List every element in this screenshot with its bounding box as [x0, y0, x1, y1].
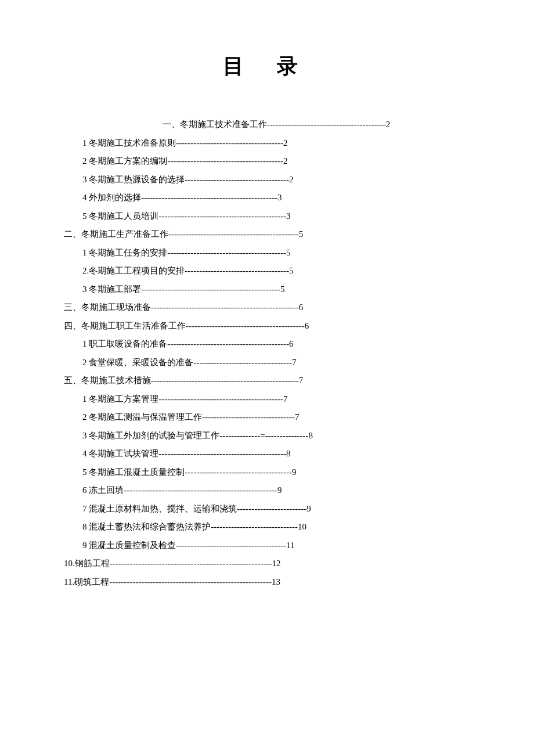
toc-entry-text: 11.砌筑工程	[64, 577, 109, 586]
toc-entry-leader: ------------------------------	[211, 522, 298, 531]
toc-entry-page: 7	[299, 376, 304, 385]
toc-entry-leader: ----------------------------------	[193, 358, 292, 367]
toc-entry-text: 7 混凝土原材料加热、搅拌、运输和浇筑	[82, 504, 237, 513]
toc-entry-page: 9	[277, 485, 282, 495]
toc-entry-text: 1 冬期施工技术准备原则	[82, 138, 176, 147]
toc-entry-leader: ------------------------------------	[185, 175, 289, 184]
toc-entry-text: 3 冬期施工热源设备的选择	[82, 175, 185, 184]
toc-entry-page: 2	[283, 156, 288, 165]
toc-entry-text: 三、冬期施工现场准备	[64, 303, 151, 312]
toc-entry-text: 二、冬期施工生产准备工作	[64, 229, 168, 239]
toc-entry: 三、冬期施工现场准备------------------------------…	[64, 298, 470, 317]
toc-entry-page: 7	[295, 412, 300, 422]
toc-entry-leader: ----------------------------------------…	[141, 285, 280, 294]
toc-entry-leader: ----------------------------------------…	[186, 321, 305, 330]
toc-entry-leader: ----------------------------------------…	[158, 211, 286, 221]
toc-entry: 五、冬期施工技术措施------------------------------…	[64, 372, 470, 390]
toc-entry: 1 职工取暖设备的准备-----------------------------…	[64, 335, 470, 354]
toc-entry: 四、冬期施工职工生活准备工作--------------------------…	[64, 317, 470, 336]
page-title: 目 录	[64, 52, 470, 81]
toc-entry: 2 食堂保暖、采暖设备的准备--------------------------…	[64, 354, 470, 372]
toc-entry-page: 5	[299, 229, 304, 239]
toc-entry: 1 冬期施工技术准备原则----------------------------…	[64, 134, 470, 153]
toc-entry: 9 混凝土质量控制及检查----------------------------…	[64, 537, 470, 555]
toc-entry-page: 7	[283, 394, 288, 404]
toc-entry-page: 9	[306, 504, 311, 513]
toc-entry-text: 1 冬期施工方案管理	[82, 394, 158, 404]
toc-entry-text: 5 冬期施工人员培训	[82, 211, 158, 221]
toc-entry-page: 6	[299, 303, 304, 312]
toc-entry-leader: -------------------------------------	[176, 138, 283, 147]
toc-entry-text: 2.冬期施工工程项目的安排	[82, 266, 185, 275]
toc-entry-text: 3 冬期施工部署	[82, 285, 141, 294]
toc-entry-leader: ----------------------------------------…	[167, 248, 286, 257]
table-of-contents: 一、冬期施工技术准备工作----------------------------…	[64, 116, 470, 591]
toc-entry: 1 冬期施工方案管理------------------------------…	[64, 390, 470, 409]
toc-entry-text: 一、冬期施工技术准备工作	[163, 120, 267, 129]
toc-entry-leader: --------------------------------	[202, 412, 295, 422]
toc-entry-text: 5 冬期施工混凝土质量控制	[82, 467, 185, 477]
toc-entry: 2 冬期施工测温与保温管理工作-------------------------…	[64, 408, 470, 427]
toc-entry-page: 2	[289, 175, 294, 184]
toc-entry-leader: ----------------------------------------…	[110, 559, 272, 568]
toc-entry-leader: ----------------------------------------…	[158, 394, 283, 404]
toc-entry-leader: ----------------------------------------…	[168, 229, 299, 239]
toc-entry-page: 2	[386, 120, 391, 129]
toc-entry: 5 冬期施工混凝土质量控制---------------------------…	[64, 463, 470, 482]
toc-entry-page: 11	[286, 541, 294, 550]
toc-entry-leader: ----------------------------------------…	[151, 303, 299, 312]
toc-entry: 11.砌筑工程---------------------------------…	[64, 573, 470, 592]
toc-entry-text: 2 冬期施工测温与保温管理工作	[82, 412, 202, 422]
toc-entry: 6 冻土回填----------------------------------…	[64, 481, 470, 500]
toc-entry-page: 3	[277, 193, 282, 202]
toc-entry-text: 1 冬期施工任务的安排	[82, 248, 167, 257]
toc-entry: 4 外加剂的选择--------------------------------…	[64, 189, 470, 207]
toc-entry-leader: ----------------------------------------…	[267, 120, 386, 129]
toc-entry-text: 6 冻土回填	[82, 485, 124, 495]
toc-entry-leader: ----------------------------------------…	[158, 449, 286, 458]
toc-entry-text: 五、冬期施工技术措施	[64, 376, 151, 385]
toc-entry-text: 9 混凝土质量控制及检查	[82, 541, 176, 550]
toc-entry-page: 13	[272, 577, 280, 586]
toc-entry-page: 5	[280, 285, 285, 294]
toc-entry-text: 4 外加剂的选择	[82, 193, 141, 202]
toc-entry-leader: --------------------------------------	[176, 541, 286, 550]
toc-entry: 7 混凝土原材料加热、搅拌、运输和浇筑---------------------…	[64, 500, 470, 519]
toc-entry: 2 冬期施工方案的编制-----------------------------…	[64, 152, 470, 171]
toc-entry: 8 混凝土蓄热法和综合蓄热法养护------------------------…	[64, 518, 470, 537]
toc-entry-page: 8	[309, 431, 313, 440]
toc-entry-page: 12	[272, 559, 280, 568]
toc-entry: 3 冬期施工外加剂的试验与管理工作--------------=--------…	[64, 427, 470, 445]
toc-entry-page: 2	[283, 138, 288, 147]
toc-entry: 10.钢筋工程---------------------------------…	[64, 555, 470, 573]
toc-entry: 二、冬期施工生产准备工作----------------------------…	[64, 225, 470, 244]
toc-entry-page: 9	[292, 467, 297, 477]
toc-entry-text: 四、冬期施工职工生活准备工作	[64, 321, 186, 330]
toc-entry-page: 8	[286, 449, 291, 458]
toc-entry-text: 2 冬期施工方案的编制	[82, 156, 167, 165]
toc-entry-leader: ----------------------------------------	[167, 156, 283, 165]
toc-entry-leader: ------------------------------------	[185, 266, 289, 275]
toc-entry: 1 冬期施工任务的安排-----------------------------…	[64, 244, 470, 262]
toc-entry-page: 3	[286, 211, 291, 221]
toc-entry: 5 冬期施工人员培训------------------------------…	[64, 207, 470, 226]
toc-entry: 一、冬期施工技术准备工作----------------------------…	[64, 116, 470, 134]
toc-entry-text: 10.钢筋工程	[64, 559, 110, 568]
toc-entry: 2.冬期施工工程项目的安排---------------------------…	[64, 262, 470, 280]
toc-entry-page: 7	[292, 358, 297, 367]
toc-entry-leader: ----------------------------------------…	[141, 193, 277, 202]
toc-entry-page: 6	[305, 321, 309, 330]
toc-entry-page: 5	[286, 248, 291, 257]
toc-entry-leader: ----------------------------------------…	[109, 577, 272, 586]
toc-entry-text: 2 食堂保暖、采暖设备的准备	[82, 358, 193, 367]
toc-entry-leader: -------------------------------------	[185, 467, 292, 477]
toc-entry-page: 10	[298, 522, 306, 531]
toc-entry: 3 冬期施工部署--------------------------------…	[64, 280, 470, 299]
toc-entry: 4 冬期施工试块管理------------------------------…	[64, 445, 470, 463]
toc-entry-leader: ----------------------------------------…	[167, 339, 289, 348]
toc-entry-text: 4 冬期施工试块管理	[82, 449, 158, 458]
toc-entry-text: 1 职工取暖设备的准备	[82, 339, 167, 348]
toc-entry-text: 3 冬期施工外加剂的试验与管理工作	[82, 431, 219, 440]
toc-entry: 3 冬期施工热源设备的选择---------------------------…	[64, 171, 470, 189]
toc-entry-leader: ----------------------------------------…	[124, 485, 277, 495]
